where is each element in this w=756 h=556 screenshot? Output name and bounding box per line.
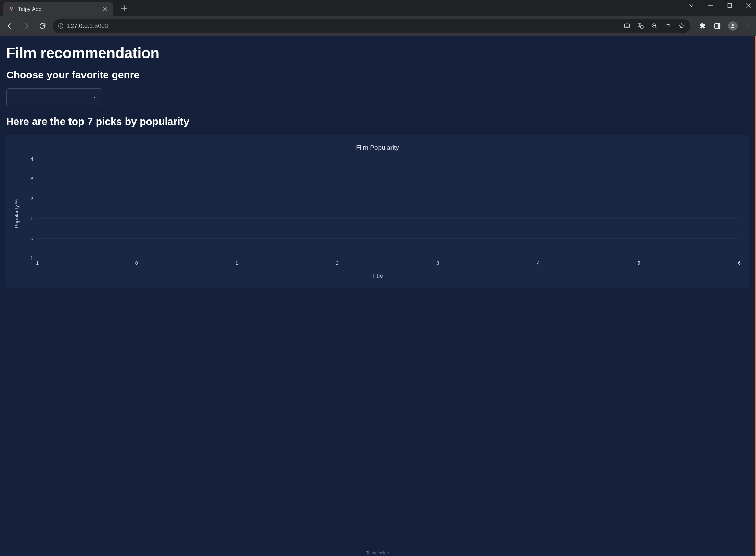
url-text: 127.0.0.1:5003: [67, 23, 108, 30]
chart-x-tick: 6: [738, 260, 741, 266]
chart-x-tick: 4: [537, 260, 540, 266]
chart-y-tick: 3: [23, 176, 33, 181]
chart-gridline: [36, 159, 739, 159]
chart-x-tick: 2: [336, 260, 339, 266]
site-info-icon[interactable]: [57, 23, 64, 29]
choose-genre-label: Choose your favorite genre: [6, 69, 749, 81]
forward-button: [20, 20, 32, 32]
chart-x-tick: 3: [436, 260, 439, 266]
chart-gridline: [36, 238, 739, 239]
chart-title: Film Popularity: [12, 144, 743, 151]
chart-x-tick: 1: [235, 260, 238, 266]
install-app-icon[interactable]: [623, 22, 631, 30]
svg-point-2: [60, 25, 61, 25]
chart-y-tick: 0: [23, 236, 33, 241]
chart-card: Film Popularity Popularity % −101234 −10…: [6, 135, 749, 288]
new-tab-button[interactable]: [118, 3, 131, 13]
translate-icon[interactable]: [637, 22, 644, 30]
svg-rect-0: [728, 4, 732, 8]
tab-search-icon[interactable]: [686, 1, 696, 10]
side-panel-icon[interactable]: [713, 22, 722, 30]
chart-gridline: [36, 179, 739, 179]
page-viewport: Film recommendation Choose your favorite…: [0, 36, 756, 556]
reload-button[interactable]: [36, 20, 49, 32]
svg-point-13: [748, 27, 749, 28]
browser-tab[interactable]: Taipy App: [3, 2, 113, 16]
chart-y-tick: −1: [23, 255, 33, 261]
share-icon[interactable]: [664, 22, 672, 30]
tab-favicon: [8, 6, 14, 12]
chart-y-tick: 4: [23, 156, 33, 162]
chart-y-tick: 2: [23, 196, 33, 201]
chart-x-tick: 0: [135, 260, 138, 266]
window-maximize-button[interactable]: [725, 1, 735, 10]
toolbar-right: [698, 21, 753, 31]
svg-point-12: [748, 26, 749, 27]
chart-x-axis-label: Title: [12, 273, 743, 279]
genre-select[interactable]: [6, 88, 102, 106]
page-footer: Taipy inside: [0, 550, 755, 555]
chart-x-tick: −1: [33, 260, 39, 266]
browser-titlebar: Taipy App: [0, 0, 756, 16]
kebab-menu-icon[interactable]: [744, 22, 753, 30]
extensions-icon[interactable]: [698, 22, 707, 30]
omnibox-actions: [623, 22, 685, 30]
tab-close-button[interactable]: [102, 6, 108, 12]
window-controls: [686, 1, 754, 10]
chart-gridline: [36, 218, 739, 219]
svg-point-11: [748, 24, 749, 25]
page-content: Film recommendation Choose your favorite…: [0, 36, 755, 288]
chevron-down-icon: [93, 95, 97, 99]
chart-x-tick: 5: [638, 260, 640, 266]
bookmark-star-icon[interactable]: [678, 22, 685, 30]
chart-y-tick: 1: [23, 216, 33, 221]
chart-plot-area[interactable]: −101234 −10123456: [21, 159, 743, 268]
chart-gridline: [36, 199, 739, 199]
svg-rect-9: [718, 24, 720, 29]
back-button[interactable]: [3, 20, 16, 32]
results-heading: Here are the top 7 picks by popularity: [6, 116, 749, 127]
browser-chrome: Taipy App 127.0.0.1:5003: [0, 0, 756, 36]
address-bar[interactable]: 127.0.0.1:5003: [53, 19, 690, 33]
browser-toolbar: 127.0.0.1:5003: [0, 16, 756, 36]
zoom-out-icon[interactable]: [651, 22, 658, 30]
window-close-button[interactable]: [744, 1, 754, 10]
tab-title: Taipy App: [18, 6, 99, 12]
chart-gridline: [36, 258, 739, 258]
window-minimize-button[interactable]: [705, 1, 716, 10]
chart-y-axis-label: Popularity %: [12, 159, 21, 268]
svg-point-10: [732, 24, 734, 26]
svg-rect-3: [60, 26, 61, 27]
page-title: Film recommendation: [6, 45, 749, 62]
profile-avatar[interactable]: [728, 21, 738, 31]
